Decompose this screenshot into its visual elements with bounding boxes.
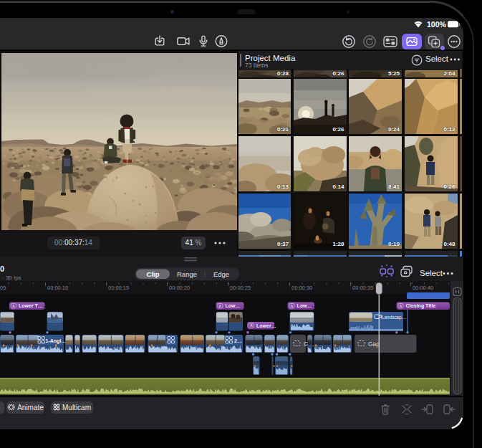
svg-text:00:00:15: 00:00:15 xyxy=(108,285,129,291)
svg-text:A: A xyxy=(219,305,222,308)
svg-text:Gap: Gap xyxy=(368,340,380,348)
svg-text:A: A xyxy=(12,305,15,308)
svg-text:Low…: Low… xyxy=(226,303,241,308)
svg-text:Closing Title: Closing Title xyxy=(406,303,436,309)
svg-text:A: A xyxy=(400,305,403,308)
svg-text:2…: 2… xyxy=(234,338,242,343)
svg-text:Edge: Edge xyxy=(213,270,229,278)
svg-text:Lower T…: Lower T… xyxy=(19,303,43,308)
svg-text:00:00:40: 00:00:40 xyxy=(413,285,433,291)
svg-text:· 30 fps: · 30 fps xyxy=(2,275,21,281)
svg-text:100%: 100% xyxy=(427,20,447,29)
svg-text:0: 0 xyxy=(0,264,4,273)
svg-text:Lower…: Lower… xyxy=(256,323,276,328)
svg-text:Select: Select xyxy=(420,269,443,277)
svg-text:Landscap…: Landscap… xyxy=(382,315,406,320)
svg-text:00:00:35: 00:00:35 xyxy=(352,285,373,291)
svg-text:Clip: Clip xyxy=(147,270,160,278)
svg-text:00:00:25: 00:00:25 xyxy=(230,285,251,291)
svg-text:A: A xyxy=(250,324,253,328)
svg-text:A: A xyxy=(291,305,294,308)
svg-text:Range: Range xyxy=(177,270,197,278)
svg-text:05: 05 xyxy=(0,285,6,291)
svg-text:00:00:10: 00:00:10 xyxy=(47,285,68,291)
svg-text:1-Angl…: 1-Angl… xyxy=(46,338,67,344)
svg-text:00:00:20: 00:00:20 xyxy=(169,285,190,291)
svg-text:00:00:30: 00:00:30 xyxy=(291,285,312,291)
svg-text:Low…: Low… xyxy=(297,303,312,308)
